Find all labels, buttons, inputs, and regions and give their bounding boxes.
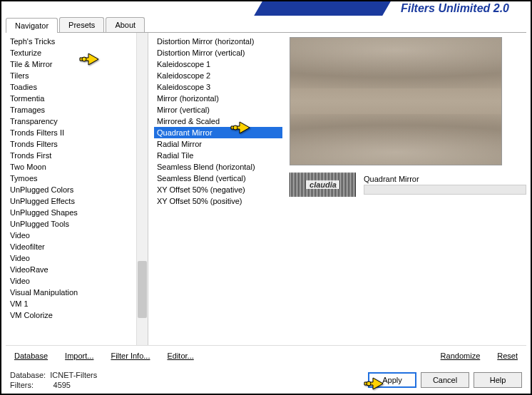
list-item[interactable]: Toadies bbox=[7, 81, 135, 93]
scroll-thumb[interactable] bbox=[138, 261, 147, 318]
list-item[interactable]: Mirrored & Scaled bbox=[154, 116, 282, 127]
list-item[interactable]: Seamless Blend (vertical) bbox=[154, 173, 282, 184]
list-item[interactable]: Tormentia bbox=[7, 93, 135, 104]
list-item[interactable]: UnPlugged Effects bbox=[7, 195, 135, 207]
list-item[interactable]: Tymoes bbox=[7, 173, 135, 184]
category-scrollbar[interactable] bbox=[136, 33, 148, 345]
list-item[interactable]: VM 1 bbox=[7, 298, 135, 309]
list-item[interactable]: Visual Manipulation bbox=[7, 287, 135, 298]
list-item[interactable]: Distortion Mirror (vertical) bbox=[154, 47, 282, 58]
tab-navigator[interactable]: Navigator bbox=[6, 18, 58, 33]
link-button-row: Database Import... Filter Info... Editor… bbox=[6, 345, 526, 366]
list-item[interactable]: Tile & Mirror bbox=[7, 58, 135, 70]
tab-about[interactable]: About bbox=[106, 17, 145, 32]
preview-image bbox=[290, 37, 502, 165]
list-item[interactable]: Tramages bbox=[7, 104, 135, 116]
randomize-button[interactable]: Randomize bbox=[441, 350, 481, 361]
list-item[interactable]: Seamless Blend (horizontal) bbox=[154, 161, 282, 173]
help-button[interactable]: Help bbox=[474, 372, 522, 388]
list-item[interactable]: XY Offset 50% (negative) bbox=[154, 184, 282, 195]
list-item[interactable]: Mirror (vertical) bbox=[154, 104, 282, 116]
tabs: Navigator Presets About bbox=[6, 17, 526, 33]
list-item[interactable]: Kaleidoscope 1 bbox=[154, 58, 282, 70]
list-item[interactable]: Transparency bbox=[7, 116, 135, 127]
list-item[interactable]: Kaleidoscope 3 bbox=[154, 81, 282, 93]
filter-info-button[interactable]: Filter Info... bbox=[111, 350, 150, 361]
list-item[interactable]: Videofilter bbox=[7, 241, 135, 252]
database-button[interactable]: Database bbox=[14, 350, 48, 361]
cancel-button[interactable]: Cancel bbox=[421, 372, 469, 388]
list-item[interactable]: Radial Mirror bbox=[154, 138, 282, 150]
watermark-logo: claudia bbox=[290, 173, 357, 197]
list-item[interactable]: Texturize bbox=[7, 47, 135, 58]
editor-button[interactable]: Editor... bbox=[167, 350, 193, 361]
list-item[interactable]: UnPlugged Tools bbox=[7, 218, 135, 230]
list-item[interactable]: XY Offset 50% (positive) bbox=[154, 195, 282, 207]
list-item[interactable]: UnPlugged Shapes bbox=[7, 207, 135, 218]
list-item[interactable]: Radial Tile bbox=[154, 150, 282, 161]
list-item[interactable]: Mirror (horizontal) bbox=[154, 93, 282, 104]
list-item[interactable]: Tronds Filters II bbox=[7, 127, 135, 138]
list-item[interactable]: Video bbox=[7, 275, 135, 287]
filter-value-bar bbox=[364, 185, 526, 195]
list-item[interactable]: Tronds First bbox=[7, 150, 135, 161]
tab-presets[interactable]: Presets bbox=[59, 17, 104, 32]
list-item[interactable]: Video bbox=[7, 230, 135, 241]
list-item[interactable]: UnPlugged Colors bbox=[7, 184, 135, 195]
list-item[interactable]: Two Moon bbox=[7, 161, 135, 173]
current-filter-name: Quadrant Mirror bbox=[364, 175, 526, 185]
list-item[interactable]: Quadrant Mirror bbox=[154, 127, 282, 138]
import-button[interactable]: Import... bbox=[65, 350, 93, 361]
footer-info: Database: ICNET-Filters Filters: 4595 bbox=[10, 370, 97, 390]
list-item[interactable]: VideoRave bbox=[7, 264, 135, 275]
list-item[interactable]: Tronds Filters bbox=[7, 138, 135, 150]
reset-button[interactable]: Reset bbox=[497, 350, 518, 361]
list-item[interactable]: VM Colorize bbox=[7, 309, 135, 321]
list-item[interactable]: Teph's Tricks bbox=[7, 36, 135, 47]
list-item[interactable]: Kaleidoscope 2 bbox=[154, 70, 282, 81]
category-list[interactable]: Teph's TricksTexturizeTile & MirrorTiler… bbox=[6, 33, 136, 345]
apply-button[interactable]: Apply bbox=[368, 372, 416, 388]
list-item[interactable]: Video bbox=[7, 252, 135, 264]
filter-list[interactable]: Distortion Mirror (horizontal)Distortion… bbox=[153, 33, 284, 210]
app-title: Filters Unlimited 2.0 bbox=[387, 2, 523, 15]
list-item[interactable]: Tilers bbox=[7, 70, 135, 81]
list-item[interactable]: Distortion Mirror (horizontal) bbox=[154, 36, 282, 47]
